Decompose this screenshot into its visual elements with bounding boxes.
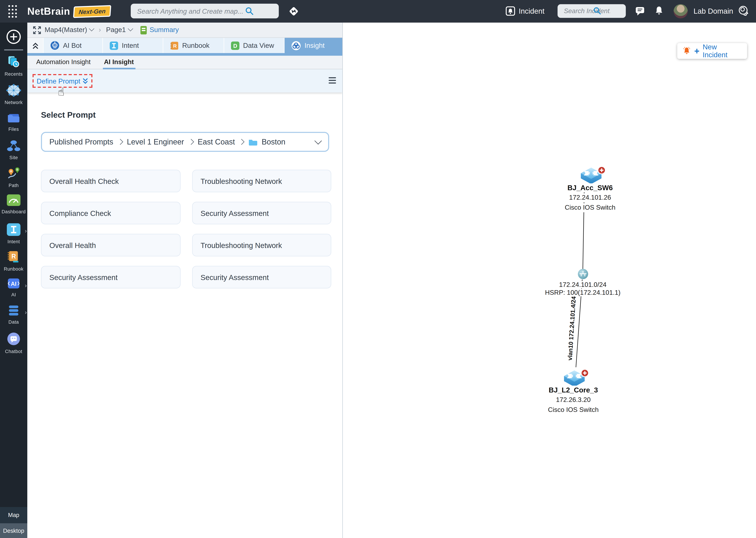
incident-icon[interactable] — [505, 6, 516, 17]
data-view-tab-icon: D — [231, 41, 239, 50]
sidebar-item-dashboard[interactable]: Dashboard — [0, 194, 27, 214]
data-database-icon — [7, 305, 21, 316]
device-label-bj-l2-core-3[interactable]: BJ_L2_Core_3 172.26.3.20 Cisco IOS Switc… — [542, 385, 605, 414]
sidebar-item-recents[interactable]: Recents — [0, 55, 27, 77]
panel-menu-icon[interactable] — [329, 77, 336, 83]
alert-plus-badge — [597, 166, 606, 175]
expand-arrow-icon[interactable]: › — [25, 282, 27, 289]
netbrain-app: NetBrain Next-Gen Incident Lab Domain — [0, 0, 756, 538]
alert-bell-icon — [682, 46, 691, 56]
top-header-bar: NetBrain Next-Gen Incident Lab Domain — [0, 0, 756, 23]
sidebar-item-intent[interactable]: Intent › — [0, 223, 27, 244]
sidebar-item-chatbot[interactable]: Chatbot — [0, 332, 27, 354]
sidebar-item-site[interactable]: Site — [0, 140, 27, 160]
prompt-card[interactable]: Troubleshooting Network — [192, 234, 331, 256]
incident-search-input[interactable] — [557, 4, 626, 18]
user-avatar[interactable] — [674, 4, 688, 19]
svg-text:B: B — [16, 168, 19, 171]
map-mode-bar[interactable]: Map — [0, 507, 27, 523]
prompt-folder-dropdown[interactable]: Published Prompts Level 1 Engineer East … — [41, 132, 329, 152]
summary-doc-icon[interactable] — [140, 26, 147, 35]
prompt-card[interactable]: Security Assessment — [192, 266, 331, 289]
sidebar-item-ai[interactable]: AI AI › — [0, 278, 27, 297]
ai-assistant-head-icon[interactable] — [737, 5, 750, 18]
intent-tab-icon — [110, 41, 118, 50]
breadcrumb-chevron-icon — [188, 139, 194, 145]
page-name-dropdown[interactable]: Page1 — [106, 23, 133, 37]
prompt-card-grid: Overall Health Check Troubleshooting Net… — [41, 170, 331, 289]
selected-tab-strip — [27, 53, 342, 56]
netbrain-logo: NetBrain — [27, 0, 70, 23]
define-prompt-toolbar: Define Prompt — [27, 69, 342, 92]
panel-tab-bar: AI Bot Intent R Runbook D Data View — [27, 38, 342, 53]
prompt-card[interactable]: Security Assessment — [192, 202, 331, 224]
subtab-ai-insight[interactable]: AI Insight — [104, 56, 134, 69]
sidebar-item-path[interactable]: A B Path — [0, 167, 27, 188]
segment-labels[interactable]: 172.24.101.0/24 HSRP: 100(172.24.101.1) — [538, 281, 627, 296]
insight-panel: AI Bot Intent R Runbook D Data View — [27, 38, 342, 538]
expand-arrow-icon[interactable]: › — [25, 228, 27, 234]
nextgen-badge: Next-Gen — [73, 5, 111, 18]
sidebar-item-files[interactable]: Files — [0, 112, 27, 132]
prompt-card[interactable]: Compliance Check — [41, 202, 181, 224]
new-incident-button[interactable]: + New Incident — [677, 43, 747, 59]
ai-bot-icon — [50, 41, 59, 50]
insight-subtabs: Automation Insight AI Insight — [27, 56, 342, 69]
svg-text:AI: AI — [11, 281, 17, 287]
notification-bell-icon[interactable] — [654, 6, 664, 17]
sidebar-divider — [4, 49, 23, 50]
desktop-mode-bar[interactable]: Desktop — [0, 523, 27, 538]
map-canvas[interactable]: + New Incident BJ_Acc_SW6 172.24.101.26 … — [342, 23, 756, 538]
device-label-bj-acc-sw6[interactable]: BJ_Acc_SW6 172.24.101.26 Cisco IOS Switc… — [559, 183, 622, 212]
tab-runbook[interactable]: R Runbook — [163, 38, 224, 53]
global-search-input[interactable] — [131, 4, 279, 19]
diamond-nav-icon[interactable] — [287, 4, 301, 19]
network-globe-icon — [6, 84, 21, 97]
path-pins-icon: A B — [7, 167, 21, 180]
mouse-cursor-hand: ☝ — [58, 86, 65, 98]
tab-intent[interactable]: Intent — [102, 38, 163, 53]
double-chevron-down-icon — [82, 78, 88, 84]
chevron-down-icon — [89, 26, 94, 31]
recents-icon — [7, 55, 21, 68]
sidebar-item-data[interactable]: Data › — [0, 305, 27, 325]
prompt-card[interactable]: Security Assessment — [41, 266, 181, 289]
ai-chip-icon: AI — [6, 278, 21, 289]
breadcrumb-chevron-icon — [117, 139, 123, 145]
subtab-automation-insight[interactable]: Automation Insight — [36, 56, 91, 69]
intent-icon — [7, 223, 21, 236]
tab-data-view[interactable]: D Data View — [224, 38, 284, 53]
folder-icon — [249, 138, 258, 146]
app-grid-icon[interactable] — [8, 5, 17, 18]
add-new-button[interactable] — [6, 29, 21, 44]
plus-icon: + — [694, 47, 699, 56]
prompt-card[interactable]: Overall Health — [41, 234, 181, 256]
left-sidebar: Recents Network Files Site A — [0, 23, 27, 538]
chatbot-icon — [7, 332, 21, 346]
insight-tab-icon — [291, 41, 301, 50]
expand-map-icon[interactable] — [32, 26, 41, 35]
files-folder-icon — [7, 112, 21, 124]
double-chevron-up-icon — [32, 42, 39, 49]
collapse-panel-button[interactable] — [27, 38, 43, 53]
breadcrumb-chevron-icon — [239, 139, 245, 145]
sidebar-item-network[interactable]: Network — [0, 84, 27, 105]
prompt-card[interactable]: Troubleshooting Network — [192, 170, 331, 192]
chat-icon[interactable] — [635, 6, 646, 17]
domain-label[interactable]: Lab Domain — [693, 0, 733, 23]
svg-text:R: R — [11, 253, 16, 260]
prompt-card[interactable]: Overall Health Check — [41, 170, 181, 192]
expand-arrow-icon[interactable]: › — [25, 309, 27, 315]
tab-insight[interactable]: Insight — [284, 38, 342, 53]
summary-link[interactable]: Summary — [150, 23, 179, 37]
lan-segment-node[interactable] — [578, 268, 589, 280]
map-name-dropdown[interactable]: Map4(Master) — [45, 23, 94, 37]
breadcrumb-separator: › — [99, 23, 101, 37]
map-link-lines — [343, 23, 756, 538]
site-tree-icon — [7, 140, 21, 152]
tab-ai-bot[interactable]: AI Bot — [43, 38, 102, 53]
incident-label[interactable]: Incident — [519, 0, 544, 23]
sidebar-item-runbook[interactable]: R Runbook — [0, 250, 27, 272]
select-prompt-title: Select Prompt — [41, 110, 96, 120]
runbook-icon: R — [7, 250, 21, 263]
